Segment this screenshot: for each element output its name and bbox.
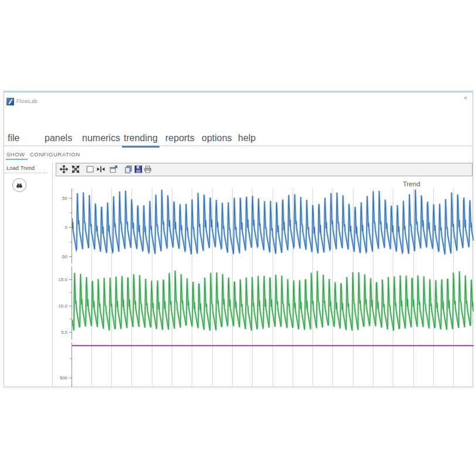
save-icon[interactable] (134, 165, 144, 175)
menu-item-panels[interactable]: panels (45, 133, 72, 143)
app-logo-icon (6, 97, 14, 105)
y-tick-label: 500 (60, 375, 68, 381)
close-icon[interactable]: × (461, 94, 470, 102)
print-icon[interactable] (144, 165, 153, 175)
load-trend-button[interactable] (12, 178, 26, 192)
app-window: FlowLab × filepanelsnumericstrendingrepo… (4, 91, 473, 387)
subtab-bar: SHOWCONFIGURATION (4, 150, 472, 160)
menu-item-trending[interactable]: trending (124, 133, 158, 143)
chart-title: Trend (403, 180, 420, 187)
zoom-box-icon[interactable] (86, 165, 96, 175)
app-title: FlowLab (16, 98, 38, 104)
sidebar: Load Trend (4, 162, 52, 387)
menu-item-options[interactable]: options (202, 133, 232, 143)
sidebar-divider (4, 173, 47, 173)
y-tick-label: 0 (65, 225, 68, 230)
y-tick-label: 10.0 (58, 303, 67, 309)
chart-container: Trend500-5015.010.05.0500 (56, 176, 472, 387)
titlebar: FlowLab × (4, 93, 472, 108)
chart-toolbar (56, 163, 472, 176)
menu-item-numerics[interactable]: numerics (82, 133, 120, 143)
sidebar-item-load-trend[interactable]: Load Trend (6, 165, 35, 171)
menubar: filepanelsnumericstrendingreportsoptions… (4, 128, 472, 146)
y-tick-label: -50 (60, 254, 67, 259)
menu-item-help[interactable]: help (238, 133, 256, 143)
menu-item-reports[interactable]: reports (165, 133, 195, 143)
subtab-show[interactable]: SHOW (6, 151, 25, 158)
y-tick-label: 5.0 (61, 330, 68, 335)
main-panel: Trend500-5015.010.05.0500 (52, 162, 472, 387)
center-cursor-icon[interactable] (97, 165, 106, 175)
menu-item-file[interactable]: file (8, 133, 19, 143)
copy-icon[interactable] (124, 165, 134, 175)
y-tick-label: 50 (62, 196, 67, 201)
zoom-fit-icon[interactable] (72, 165, 81, 175)
trend-chart[interactable]: Trend500-5015.010.05.0500 (56, 176, 474, 387)
pan-tool-icon[interactable] (60, 165, 69, 175)
binoculars-icon (15, 182, 23, 189)
subtab-configuration[interactable]: CONFIGURATION (30, 151, 80, 158)
content-area: Load Trend Trend500-5015.010.05.0500 (4, 162, 472, 387)
export-window-icon[interactable] (110, 165, 119, 175)
y-tick-label: 15.0 (58, 277, 67, 282)
